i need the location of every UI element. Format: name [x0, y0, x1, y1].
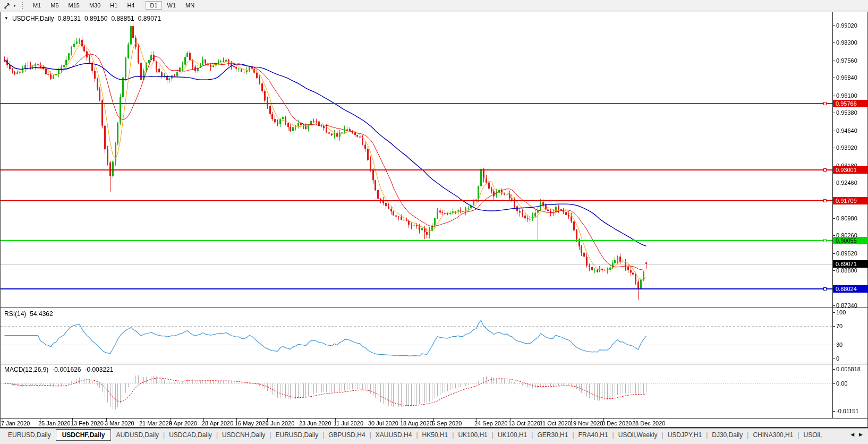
tab-usoil-weekly[interactable]: USOil,Weekly: [615, 430, 661, 440]
rsi-name: RSI(14): [4, 310, 26, 318]
price-tick-label: 0.94640: [836, 127, 857, 134]
chevron-down-icon[interactable]: ▼: [13, 4, 16, 7]
tab-usdcnh-daily[interactable]: USDCNH,Daily: [218, 430, 269, 440]
price-tick-label: 0.93920: [836, 144, 857, 151]
tab-gbpusd-h4[interactable]: GBPUSD,H4: [325, 430, 369, 440]
tab-usdcad-daily[interactable]: USDCAD,Daily: [165, 430, 216, 440]
symbol-tabbar: EURUSD,DailyUSDCHF,DailyAUDUSD,Daily|USD…: [0, 428, 868, 444]
timeframe-h1-button[interactable]: H1: [106, 1, 122, 10]
symbol-tabs: EURUSD,DailyUSDCHF,DailyAUDUSD,Daily|USD…: [0, 429, 826, 441]
price-tick-label: 0.98300: [836, 39, 857, 46]
tabs-scroll-left-button[interactable]: ◀: [850, 432, 854, 437]
date-label: 13 Feb 2020: [71, 420, 104, 426]
chart-title: ▼ USDCHF,Daily 0.89131 0.89150 0.88851 0…: [4, 15, 161, 22]
tab-hk50-h1[interactable]: HK50,H1: [419, 430, 452, 440]
tab-divider: |: [797, 431, 799, 439]
date-label: 31 Oct 2020: [539, 420, 571, 426]
ohlc-close: 0.89071: [138, 15, 161, 22]
price-badge-0.90055: 0.90055: [833, 237, 868, 244]
tab-dj30-daily[interactable]: DJ30,Daily: [708, 430, 746, 440]
date-label: 19 Nov 2020: [570, 420, 603, 426]
collapse-triangle-icon[interactable]: ▼: [4, 16, 8, 21]
timeframe-d1-button[interactable]: D1: [146, 1, 161, 10]
tab-ger30-h1[interactable]: GER30,H1: [533, 430, 572, 440]
tab-eurusd-daily[interactable]: EURUSD,Daily: [4, 430, 55, 440]
timeframe-buttons: M1M5M15M30H1H4D1W1MN: [28, 0, 199, 11]
toolbar-grip[interactable]: [22, 2, 24, 9]
tab-divider: |: [612, 431, 614, 439]
tab-eurusd-daily[interactable]: EURUSD,Daily: [271, 430, 322, 440]
timeframe-m1-button[interactable]: M1: [29, 1, 45, 10]
tab-usdjpy-h1[interactable]: USDJPY,H1: [664, 430, 705, 440]
ohlc-low: 0.88851: [111, 15, 134, 22]
date-label: 13 Oct 2020: [508, 420, 540, 426]
ohlc-high: 0.89150: [84, 15, 107, 22]
date-label: 5 Sep 2020: [432, 420, 462, 426]
price-badge-0.91709: 0.91709: [833, 197, 868, 204]
tab-audusd-daily[interactable]: AUDUSD,Daily: [112, 430, 163, 440]
date-label: 24 Sep 2020: [474, 420, 507, 426]
chart-symbol-label: USDCHF,Daily: [12, 15, 54, 22]
date-label: 28 Apr 2020: [202, 420, 233, 426]
rsi-tick-label: 30: [836, 341, 843, 348]
price-badge-0.89071: 0.89071: [833, 260, 868, 268]
tab-divider: |: [747, 431, 748, 439]
rsi-tick-label: 100: [836, 309, 846, 315]
date-label: 18 Aug 2020: [400, 420, 433, 426]
price-tick-label: 0.97560: [836, 57, 857, 64]
price-badge-0.93001: 0.93001: [833, 166, 868, 174]
tab-usoil[interactable]: USOil,: [800, 430, 826, 440]
price-tick-label: 0.89520: [836, 250, 857, 257]
timeframe-m30-button[interactable]: M30: [85, 1, 105, 10]
tab-divider: |: [370, 431, 371, 439]
timeframe-m5-button[interactable]: M5: [46, 1, 63, 10]
price-tick-label: 0.92460: [836, 180, 857, 186]
tab-divider: |: [216, 431, 218, 439]
timeframe-w1-button[interactable]: W1: [163, 1, 181, 10]
rsi-tick-label: 0: [836, 355, 839, 362]
tab-usdchf-daily[interactable]: USDCHF,Daily: [56, 429, 112, 441]
price-tick-label: 0.90980: [836, 215, 857, 221]
tab-divider: |: [322, 431, 324, 439]
tab-divider: |: [531, 431, 533, 439]
tab-divider: |: [572, 431, 574, 439]
tab-uk100-h1[interactable]: UK100,H1: [454, 430, 491, 440]
date-label: 4 Jun 2020: [266, 420, 294, 426]
date-label: 25 Jan 2020: [38, 420, 71, 426]
price-tick-label: 0.95380: [836, 109, 857, 116]
tabs-scroll-right-button[interactable]: ▶: [859, 432, 863, 437]
date-label: 16 May 2020: [235, 420, 269, 426]
tab-divider: |: [662, 431, 663, 439]
chart-canvas[interactable]: [0, 0, 868, 444]
ohlc-open: 0.89131: [58, 15, 81, 22]
timeframe-h4-button[interactable]: H4: [123, 1, 139, 10]
tab-china300-h1[interactable]: CHINA300,H1: [749, 430, 797, 440]
date-label: 7 Jan 2020: [1, 420, 30, 426]
tab-xauusd-h4[interactable]: XAUUSD,H4: [372, 430, 416, 440]
date-label: 21 Mar 2020: [139, 420, 172, 426]
timeframe-mn-button[interactable]: MN: [181, 1, 199, 10]
timeframe-m15-button[interactable]: M15: [64, 1, 84, 10]
macd-value-1: -0.001626: [52, 366, 81, 373]
tab-divider: |: [163, 431, 165, 439]
date-label: 23 Jun 2020: [299, 420, 331, 426]
tab-uk100-h1[interactable]: UK100,H1: [494, 430, 531, 440]
tab-fra40-h1[interactable]: FRA40,H1: [575, 430, 612, 440]
chart-cursor-icon: [4, 2, 11, 9]
price-badge-0.88024: 0.88024: [833, 285, 868, 293]
date-label: 3 Mar 2020: [105, 420, 134, 426]
tab-divider: |: [416, 431, 418, 439]
macd-value-2: -0.003221: [84, 366, 113, 373]
date-label: 11 Jul 2020: [334, 420, 363, 426]
tab-divider: |: [269, 431, 271, 439]
charts-tool-button[interactable]: ▼: [0, 0, 20, 11]
mt4-terminal: ▼ M1M5M15M30H1H4D1W1MN ▼ USDCHF,Daily 0.…: [0, 0, 868, 444]
timeframe-toolbar: ▼ M1M5M15M30H1H4D1W1MN: [0, 0, 868, 11]
date-label: 28 Dec 2020: [632, 420, 665, 426]
date-label: 8 Dec 2020: [602, 420, 632, 426]
date-label: 30 Jul 2020: [368, 420, 398, 426]
macd-label: MACD(12,26,9) -0.001626 -0.003221: [4, 366, 113, 373]
macd-tick-label: -0.01151: [836, 408, 859, 414]
price-tick-label: 0.96840: [836, 74, 857, 81]
rsi-label: RSI(14) 54.4362: [4, 310, 53, 318]
